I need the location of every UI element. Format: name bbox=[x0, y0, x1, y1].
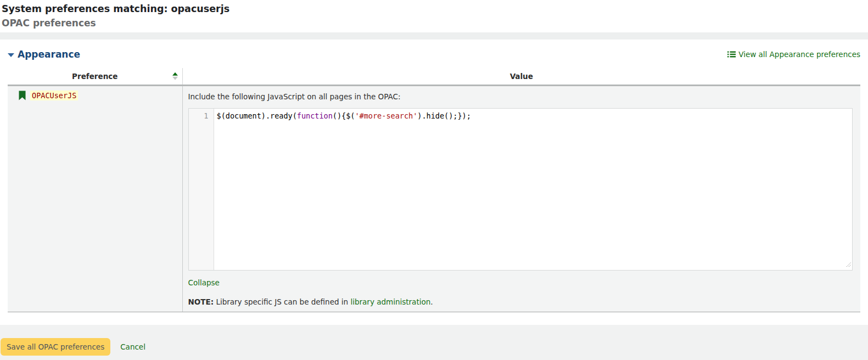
chevron-down-icon bbox=[8, 53, 14, 57]
library-administration-link[interactable]: library administration bbox=[350, 297, 430, 306]
view-all-appearance-link[interactable]: View all Appearance preferences bbox=[727, 50, 860, 59]
preference-description: Include the following JavaScript on all … bbox=[188, 92, 853, 101]
preference-cell: OPACUserJS bbox=[8, 85, 182, 312]
preference-name-highlighted: OPACUserJS bbox=[30, 91, 78, 100]
code-textarea[interactable]: $(document).ready(function(){$('#more-se… bbox=[214, 109, 853, 270]
code-segment: (){$( bbox=[333, 111, 355, 120]
note-suffix: . bbox=[430, 297, 433, 306]
preference-column-label: Preference bbox=[72, 72, 117, 81]
sort-icon bbox=[172, 72, 178, 80]
resize-grip-icon[interactable] bbox=[845, 260, 852, 269]
column-header-value: Value bbox=[182, 68, 860, 85]
save-button[interactable]: Save all OPAC preferences bbox=[1, 338, 110, 356]
code-segment-string: '#more-search' bbox=[355, 111, 417, 120]
editor-gutter: 1 bbox=[189, 109, 214, 270]
list-icon bbox=[727, 51, 736, 58]
bookmark-icon[interactable] bbox=[19, 91, 26, 100]
footer-toolbar: Save all OPAC preferences Cancel bbox=[0, 325, 868, 360]
header-divider bbox=[0, 32, 868, 40]
page-subtitle: OPAC preferences bbox=[2, 18, 868, 29]
code-editor: 1 $(document).ready(function(){$('#more-… bbox=[188, 108, 853, 271]
value-cell: Include the following JavaScript on all … bbox=[182, 85, 860, 312]
code-segment: $(document).ready( bbox=[217, 111, 297, 120]
sort-asc-arrow-icon bbox=[172, 72, 178, 75]
note-text: NOTE: Library specific JS can be defined… bbox=[188, 297, 853, 306]
line-number: 1 bbox=[204, 111, 208, 120]
preferences-table: Preference Value bbox=[8, 68, 860, 312]
table-row: OPACUserJS Include the following JavaScr… bbox=[8, 85, 860, 312]
collapse-link[interactable]: Collapse bbox=[188, 278, 220, 287]
sort-desc-arrow-icon bbox=[172, 76, 178, 80]
section-title-label: Appearance bbox=[18, 49, 80, 60]
section-toggle-appearance[interactable]: Appearance bbox=[8, 49, 80, 60]
cancel-link[interactable]: Cancel bbox=[120, 342, 145, 351]
column-header-preference[interactable]: Preference bbox=[8, 68, 182, 85]
note-prefix: NOTE: bbox=[188, 297, 214, 306]
code-segment-keyword: function bbox=[297, 111, 333, 120]
code-segment: ).hide();}); bbox=[417, 111, 471, 120]
section-header: Appearance View all Appearance preferenc… bbox=[8, 46, 860, 63]
footer-gap bbox=[0, 312, 868, 325]
page-title: System preferences matching: opacuserjs bbox=[2, 3, 868, 14]
value-column-label: Value bbox=[510, 72, 533, 81]
view-all-label: View all Appearance preferences bbox=[738, 50, 860, 59]
table-header-row: Preference Value bbox=[8, 68, 860, 85]
page-header: System preferences matching: opacuserjs … bbox=[0, 0, 868, 29]
note-body: Library specific JS can be defined in bbox=[214, 297, 350, 306]
main-content: Appearance View all Appearance preferenc… bbox=[0, 46, 868, 312]
